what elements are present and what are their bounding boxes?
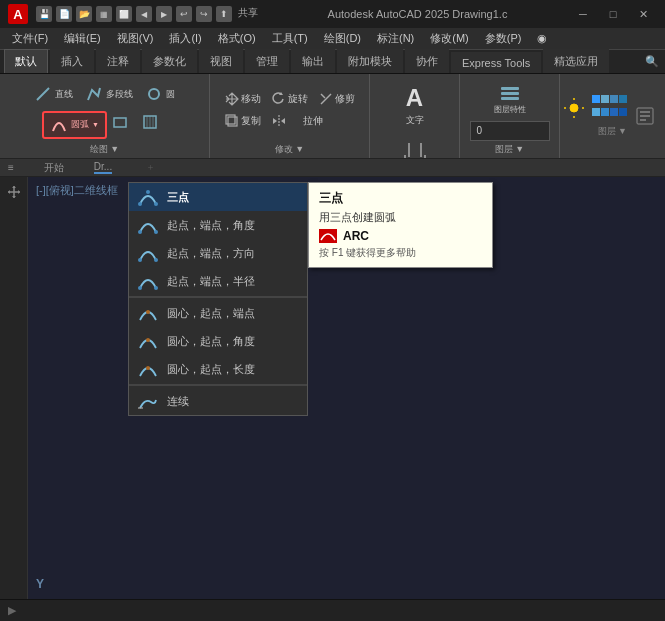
svg-point-38	[138, 202, 142, 206]
trim-button[interactable]: 修剪	[315, 90, 359, 108]
tab-insert[interactable]: 插入	[50, 49, 94, 73]
main-content: [-][俯视]二维线框 Y 三点 起点，端点	[0, 177, 665, 599]
arc-item-3-label: 起点，端点，方向	[167, 246, 255, 261]
tab-view[interactable]: 视图	[199, 49, 243, 73]
arc-item-4[interactable]: 起点，端点，半径	[129, 267, 307, 295]
command-area: ▶	[0, 599, 665, 621]
menu-edit[interactable]: 编辑(E)	[56, 29, 109, 48]
arc-item-7-label: 圆心，起点，长度	[167, 362, 255, 377]
command-input[interactable]	[22, 605, 422, 617]
arc-item-2[interactable]: 起点，端点，角度	[129, 211, 307, 239]
new-icon[interactable]: 📄	[56, 6, 72, 22]
share-icon[interactable]: ⬆	[216, 6, 232, 22]
tab-collaborate[interactable]: 协作	[405, 49, 449, 73]
svg-marker-35	[12, 196, 16, 198]
text-button[interactable]: A 文字	[393, 78, 437, 131]
hatch-button[interactable]	[139, 113, 167, 131]
maximize-button[interactable]: □	[599, 4, 627, 24]
save-icon[interactable]: 💾	[36, 6, 52, 22]
tab-params[interactable]: 参数化	[142, 49, 197, 73]
menu-annotate[interactable]: 标注(N)	[369, 29, 422, 48]
copy-label: 复制	[241, 114, 261, 128]
tab-output[interactable]: 输出	[291, 49, 335, 73]
arc-button[interactable]: 圆弧 ▼	[42, 111, 107, 139]
tab-annotate[interactable]: 注释	[96, 49, 140, 73]
viewport-label: [-][俯视]二维线框	[36, 183, 118, 198]
toolbar-icon-2[interactable]: ⬜	[116, 6, 132, 22]
toolbar-icon-1[interactable]: ▦	[96, 6, 112, 22]
menu-insert[interactable]: 插入(I)	[161, 29, 209, 48]
toolbar-icon-3[interactable]: ◀	[136, 6, 152, 22]
arc-item-7[interactable]: 圆心，起点，长度	[129, 355, 307, 383]
hamburger-menu[interactable]: ≡	[8, 162, 14, 173]
tool-move[interactable]	[3, 181, 25, 203]
menu-tools[interactable]: 工具(T)	[264, 29, 316, 48]
close-button[interactable]: ✕	[629, 4, 657, 24]
arc-item-6-label: 圆心，起点，角度	[167, 334, 255, 349]
minimize-button[interactable]: ─	[569, 4, 597, 24]
circle-button[interactable]: 圆	[140, 82, 180, 106]
layer-selector[interactable]: 0	[470, 121, 550, 141]
search-icon[interactable]: 🔍	[639, 55, 665, 68]
svg-rect-21	[501, 92, 519, 95]
menu-draw[interactable]: 绘图(D)	[316, 29, 369, 48]
arc-small-icon	[320, 230, 336, 242]
layer-properties-button[interactable]: 图层特性	[490, 79, 530, 118]
modify-buttons: 移动 旋转 修剪 复制	[221, 78, 359, 141]
properties-button[interactable]	[631, 106, 659, 126]
arc-item-continue[interactable]: 连续	[129, 387, 307, 415]
svg-rect-10	[228, 117, 237, 126]
line-icon	[34, 85, 52, 103]
line-button[interactable]: 直线	[29, 82, 78, 106]
tab-express-tools[interactable]: Express Tools	[451, 52, 541, 73]
arc-dropdown-arrow[interactable]: ▼	[92, 121, 99, 128]
mirror-button[interactable]	[268, 112, 296, 130]
circle-label: 圆	[166, 88, 175, 101]
tab-addon[interactable]: 附加模块	[337, 49, 403, 73]
tab-manage[interactable]: 管理	[245, 49, 289, 73]
svg-line-9	[321, 94, 325, 98]
tab-featured[interactable]: 精选应用	[543, 49, 609, 73]
rotate-button[interactable]: 旋转	[268, 90, 312, 108]
tab-add[interactable]: ＋	[146, 161, 155, 174]
arc-separator	[129, 296, 307, 298]
rect-button[interactable]	[109, 113, 137, 131]
sunlight-button[interactable]	[560, 95, 588, 121]
arc-item-3[interactable]: 起点，端点，方向	[129, 239, 307, 267]
arc-label: 圆弧	[71, 118, 89, 131]
svg-point-39	[146, 190, 150, 194]
dimension-button[interactable]: 标注	[393, 133, 437, 159]
open-icon[interactable]: 📂	[76, 6, 92, 22]
menu-file[interactable]: 文件(F)	[4, 29, 56, 48]
tab-start[interactable]: 开始	[44, 161, 64, 175]
tab-drawing1[interactable]: Dr...	[94, 161, 112, 174]
arc-separator-2	[129, 384, 307, 386]
quick-icons: 💾 📄 📂 ▦ ⬜ ◀ ▶ ↩ ↪ ⬆ 共享	[36, 6, 258, 22]
arc-item-three-point[interactable]: 三点	[129, 183, 307, 211]
tab-default[interactable]: 默认	[4, 49, 48, 73]
tooltip-command-row: ARC	[319, 229, 482, 243]
svg-point-40	[154, 202, 158, 206]
move-button[interactable]: 移动	[221, 90, 265, 108]
arc-icon-2	[137, 214, 159, 236]
polyline-label: 多段线	[106, 88, 133, 101]
svg-marker-14	[281, 118, 285, 124]
menu-format[interactable]: 格式(O)	[210, 29, 264, 48]
polyline-button[interactable]: 多段线	[80, 82, 138, 106]
color-palette[interactable]	[592, 95, 627, 121]
toolbar-icon-4[interactable]: ▶	[156, 6, 172, 22]
arc-item-6[interactable]: 圆心，起点，角度	[129, 327, 307, 355]
right-panel-icons	[631, 106, 659, 126]
tooltip-help-text: 按 F1 键获得更多帮助	[319, 246, 482, 260]
group-annotate: A 文字 标注 注释 ▼	[370, 74, 460, 158]
menu-params[interactable]: 参数(P)	[477, 29, 530, 48]
arc-item-5[interactable]: 圆心，起点，端点	[129, 299, 307, 327]
trim-label: 修剪	[335, 92, 355, 106]
stretch-button[interactable]: 拉伸	[299, 112, 327, 130]
redo-icon[interactable]: ↪	[196, 6, 212, 22]
menu-more[interactable]: ◉	[529, 30, 555, 47]
undo-icon[interactable]: ↩	[176, 6, 192, 22]
menu-modify[interactable]: 修改(M)	[422, 29, 477, 48]
copy-button[interactable]: 复制	[221, 112, 265, 130]
menu-view[interactable]: 视图(V)	[109, 29, 162, 48]
